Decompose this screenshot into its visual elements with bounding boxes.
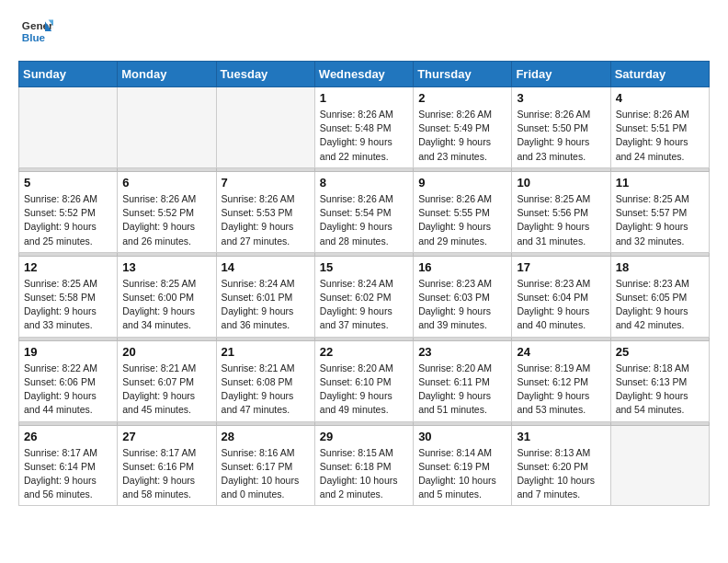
day-info: Sunrise: 8:26 AM Sunset: 5:48 PM Dayligh… bbox=[320, 108, 408, 164]
day-number: 30 bbox=[418, 430, 506, 443]
calendar-cell: 2 Sunrise: 8:26 AM Sunset: 5:49 PM Dayli… bbox=[414, 87, 512, 168]
day-info: Sunrise: 8:23 AM Sunset: 6:04 PM Dayligh… bbox=[517, 277, 605, 333]
calendar-cell: 28 Sunrise: 8:16 AM Sunset: 6:17 PM Dayl… bbox=[216, 425, 314, 506]
day-info: Sunrise: 8:26 AM Sunset: 5:52 PM Dayligh… bbox=[122, 192, 210, 248]
calendar-cell: 17 Sunrise: 8:23 AM Sunset: 6:04 PM Dayl… bbox=[512, 256, 610, 337]
calendar-cell: 25 Sunrise: 8:18 AM Sunset: 6:13 PM Dayl… bbox=[610, 340, 709, 421]
day-number: 19 bbox=[24, 345, 112, 359]
day-number: 9 bbox=[418, 176, 506, 190]
calendar-cell: 22 Sunrise: 8:20 AM Sunset: 6:10 PM Dayl… bbox=[314, 340, 413, 421]
day-info: Sunrise: 8:16 AM Sunset: 6:17 PM Dayligh… bbox=[222, 446, 310, 502]
day-info: Sunrise: 8:22 AM Sunset: 6:06 PM Dayligh… bbox=[24, 362, 112, 418]
weekday-header-sunday: Sunday bbox=[19, 62, 118, 87]
day-number: 24 bbox=[517, 345, 605, 359]
calendar-cell bbox=[610, 425, 709, 506]
day-number: 14 bbox=[222, 260, 310, 274]
day-info: Sunrise: 8:20 AM Sunset: 6:11 PM Dayligh… bbox=[418, 362, 506, 418]
calendar-cell: 19 Sunrise: 8:22 AM Sunset: 6:06 PM Dayl… bbox=[19, 340, 118, 421]
day-number: 15 bbox=[320, 260, 408, 274]
day-number: 22 bbox=[320, 345, 408, 359]
calendar-cell: 31 Sunrise: 8:13 AM Sunset: 6:20 PM Dayl… bbox=[512, 425, 610, 506]
calendar-page: General Blue SundayMondayTuesdayWednesda… bbox=[0, 0, 728, 521]
weekday-header-row: SundayMondayTuesdayWednesdayThursdayFrid… bbox=[19, 62, 710, 87]
calendar-cell: 20 Sunrise: 8:21 AM Sunset: 6:07 PM Dayl… bbox=[118, 340, 216, 421]
svg-text:Blue: Blue bbox=[22, 31, 46, 43]
weekday-header-monday: Monday bbox=[118, 62, 216, 87]
calendar-week-row: 12 Sunrise: 8:25 AM Sunset: 5:58 PM Dayl… bbox=[19, 256, 710, 337]
day-info: Sunrise: 8:26 AM Sunset: 5:51 PM Dayligh… bbox=[616, 108, 704, 164]
calendar-cell: 5 Sunrise: 8:26 AM Sunset: 5:52 PM Dayli… bbox=[19, 171, 118, 252]
calendar-week-row: 5 Sunrise: 8:26 AM Sunset: 5:52 PM Dayli… bbox=[19, 171, 710, 252]
calendar-cell: 16 Sunrise: 8:23 AM Sunset: 6:03 PM Dayl… bbox=[414, 256, 512, 337]
calendar-cell: 10 Sunrise: 8:25 AM Sunset: 5:56 PM Dayl… bbox=[512, 171, 610, 252]
day-info: Sunrise: 8:21 AM Sunset: 6:07 PM Dayligh… bbox=[122, 362, 210, 418]
calendar-cell bbox=[216, 87, 314, 168]
weekday-header-wednesday: Wednesday bbox=[314, 62, 413, 87]
day-number: 10 bbox=[517, 176, 605, 190]
day-number: 28 bbox=[222, 430, 310, 443]
weekday-header-saturday: Saturday bbox=[610, 62, 709, 87]
day-number: 12 bbox=[24, 260, 112, 274]
calendar-cell: 29 Sunrise: 8:15 AM Sunset: 6:18 PM Dayl… bbox=[314, 425, 413, 506]
day-number: 5 bbox=[24, 176, 112, 190]
day-info: Sunrise: 8:15 AM Sunset: 6:18 PM Dayligh… bbox=[320, 446, 408, 502]
header: General Blue bbox=[18, 15, 710, 52]
day-number: 27 bbox=[122, 430, 210, 443]
day-number: 23 bbox=[418, 345, 506, 359]
day-info: Sunrise: 8:26 AM Sunset: 5:54 PM Dayligh… bbox=[320, 192, 408, 248]
day-number: 25 bbox=[616, 345, 704, 359]
calendar-cell: 8 Sunrise: 8:26 AM Sunset: 5:54 PM Dayli… bbox=[314, 171, 413, 252]
day-number: 16 bbox=[418, 260, 506, 274]
calendar-cell: 27 Sunrise: 8:17 AM Sunset: 6:16 PM Dayl… bbox=[118, 425, 216, 506]
logo-icon: General Blue bbox=[20, 15, 53, 48]
day-info: Sunrise: 8:24 AM Sunset: 6:01 PM Dayligh… bbox=[222, 277, 310, 333]
calendar-cell: 15 Sunrise: 8:24 AM Sunset: 6:02 PM Dayl… bbox=[314, 256, 413, 337]
day-info: Sunrise: 8:26 AM Sunset: 5:52 PM Dayligh… bbox=[24, 192, 112, 248]
day-number: 13 bbox=[122, 260, 210, 274]
calendar-week-row: 1 Sunrise: 8:26 AM Sunset: 5:48 PM Dayli… bbox=[19, 87, 710, 168]
calendar-cell: 26 Sunrise: 8:17 AM Sunset: 6:14 PM Dayl… bbox=[19, 425, 118, 506]
day-info: Sunrise: 8:13 AM Sunset: 6:20 PM Dayligh… bbox=[517, 446, 605, 502]
weekday-header-thursday: Thursday bbox=[414, 62, 512, 87]
day-info: Sunrise: 8:26 AM Sunset: 5:49 PM Dayligh… bbox=[418, 108, 506, 164]
day-number: 3 bbox=[517, 91, 605, 105]
calendar-cell: 6 Sunrise: 8:26 AM Sunset: 5:52 PM Dayli… bbox=[118, 171, 216, 252]
day-info: Sunrise: 8:17 AM Sunset: 6:14 PM Dayligh… bbox=[24, 446, 112, 502]
day-number: 6 bbox=[122, 176, 210, 190]
calendar-cell: 18 Sunrise: 8:23 AM Sunset: 6:05 PM Dayl… bbox=[610, 256, 709, 337]
day-number: 4 bbox=[616, 91, 704, 105]
calendar-table: SundayMondayTuesdayWednesdayThursdayFrid… bbox=[18, 61, 710, 506]
calendar-cell: 21 Sunrise: 8:21 AM Sunset: 6:08 PM Dayl… bbox=[216, 340, 314, 421]
calendar-cell: 12 Sunrise: 8:25 AM Sunset: 5:58 PM Dayl… bbox=[19, 256, 118, 337]
day-info: Sunrise: 8:17 AM Sunset: 6:16 PM Dayligh… bbox=[122, 446, 210, 502]
day-number: 26 bbox=[24, 430, 112, 443]
day-number: 31 bbox=[517, 430, 605, 443]
weekday-header-tuesday: Tuesday bbox=[216, 62, 314, 87]
day-number: 18 bbox=[616, 260, 704, 274]
day-info: Sunrise: 8:18 AM Sunset: 6:13 PM Dayligh… bbox=[616, 362, 704, 418]
day-info: Sunrise: 8:25 AM Sunset: 6:00 PM Dayligh… bbox=[122, 277, 210, 333]
calendar-cell: 3 Sunrise: 8:26 AM Sunset: 5:50 PM Dayli… bbox=[512, 87, 610, 168]
calendar-cell: 23 Sunrise: 8:20 AM Sunset: 6:11 PM Dayl… bbox=[414, 340, 512, 421]
calendar-week-row: 26 Sunrise: 8:17 AM Sunset: 6:14 PM Dayl… bbox=[19, 425, 710, 506]
day-info: Sunrise: 8:26 AM Sunset: 5:50 PM Dayligh… bbox=[517, 108, 605, 164]
calendar-cell: 9 Sunrise: 8:26 AM Sunset: 5:55 PM Dayli… bbox=[414, 171, 512, 252]
calendar-cell: 30 Sunrise: 8:14 AM Sunset: 6:19 PM Dayl… bbox=[414, 425, 512, 506]
calendar-cell: 4 Sunrise: 8:26 AM Sunset: 5:51 PM Dayli… bbox=[610, 87, 709, 168]
calendar-cell: 7 Sunrise: 8:26 AM Sunset: 5:53 PM Dayli… bbox=[216, 171, 314, 252]
logo: General Blue bbox=[18, 15, 50, 52]
day-info: Sunrise: 8:20 AM Sunset: 6:10 PM Dayligh… bbox=[320, 362, 408, 418]
day-number: 1 bbox=[320, 91, 408, 105]
day-number: 11 bbox=[616, 176, 704, 190]
day-number: 20 bbox=[122, 345, 210, 359]
calendar-cell bbox=[118, 87, 216, 168]
calendar-cell: 11 Sunrise: 8:25 AM Sunset: 5:57 PM Dayl… bbox=[610, 171, 709, 252]
day-number: 7 bbox=[222, 176, 310, 190]
calendar-cell: 13 Sunrise: 8:25 AM Sunset: 6:00 PM Dayl… bbox=[118, 256, 216, 337]
day-number: 17 bbox=[517, 260, 605, 274]
day-info: Sunrise: 8:19 AM Sunset: 6:12 PM Dayligh… bbox=[517, 362, 605, 418]
calendar-cell: 14 Sunrise: 8:24 AM Sunset: 6:01 PM Dayl… bbox=[216, 256, 314, 337]
day-info: Sunrise: 8:26 AM Sunset: 5:53 PM Dayligh… bbox=[222, 192, 310, 248]
day-number: 29 bbox=[320, 430, 408, 443]
day-number: 2 bbox=[418, 91, 506, 105]
